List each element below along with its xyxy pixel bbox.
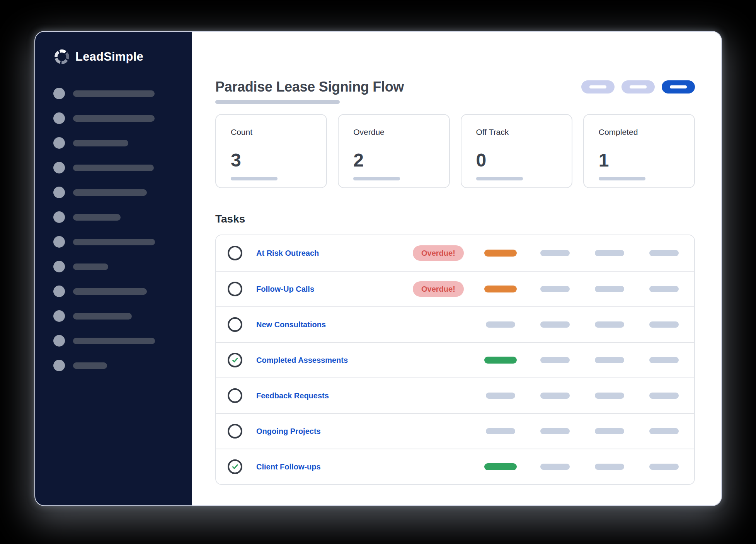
sidebar-item-2[interactable] — [53, 112, 192, 124]
sidebar-item-10[interactable] — [53, 310, 192, 322]
stat-card-overdue: Overdue 2 — [338, 114, 450, 188]
header-actions — [581, 80, 695, 94]
stat-underline — [599, 177, 645, 180]
stat-value: 1 — [599, 151, 679, 170]
header-action-button-2[interactable] — [621, 80, 655, 94]
status-pill — [486, 321, 515, 328]
task-row: Completed Assessments — [216, 342, 694, 377]
placeholder-pill — [595, 286, 624, 292]
sidebar-item-label-placeholder — [73, 239, 155, 245]
placeholder-pill — [540, 286, 570, 292]
placeholder-pill — [649, 250, 679, 256]
leadsimple-ring-icon — [53, 48, 70, 65]
sidebar-item-3[interactable] — [53, 137, 192, 149]
sidebar-item-8[interactable] — [53, 261, 192, 272]
task-checkbox[interactable] — [228, 317, 242, 332]
sidebar-item-9[interactable] — [53, 286, 192, 297]
task-checkbox[interactable] — [228, 246, 242, 260]
placeholder-pill — [649, 428, 679, 434]
overdue-badge: Overdue! — [413, 281, 464, 297]
sidebar-item-icon-placeholder — [53, 187, 65, 198]
sidebar-item-icon-placeholder — [53, 310, 65, 322]
placeholder-pill — [595, 357, 624, 363]
checkmark-icon — [231, 462, 239, 471]
placeholder-pill — [595, 464, 624, 470]
sidebar-item-label-placeholder — [73, 115, 155, 122]
header-action-button-1[interactable] — [581, 80, 615, 94]
status-pill — [484, 250, 517, 257]
sidebar-item-label-placeholder — [73, 214, 121, 221]
stat-card-count: Count 3 — [215, 114, 327, 188]
stat-value: 0 — [476, 151, 557, 170]
sidebar-item-icon-placeholder — [53, 88, 65, 99]
task-link[interactable]: Client Follow-ups — [256, 462, 321, 471]
sidebar-item-12[interactable] — [53, 360, 192, 371]
app-window: LeadSimple — [34, 31, 722, 506]
task-row: New Consultations — [216, 306, 694, 342]
placeholder-pill — [540, 250, 570, 256]
task-row: Follow-Up Calls Overdue! — [216, 271, 694, 306]
stat-label: Completed — [599, 128, 679, 137]
tasks-table: At Risk Outreach Overdue! Follow-Up Call… — [215, 235, 695, 485]
stat-label: Overdue — [353, 128, 434, 137]
stat-underline — [231, 177, 278, 180]
task-row-pills — [484, 286, 680, 292]
placeholder-pill — [540, 321, 570, 328]
placeholder-pill — [649, 321, 679, 328]
task-row-pills — [484, 393, 680, 399]
header-action-button-3[interactable] — [662, 80, 695, 94]
placeholder-pill — [595, 393, 624, 399]
sidebar-item-label-placeholder — [73, 165, 154, 171]
task-link[interactable]: At Risk Outreach — [256, 249, 319, 258]
placeholder-pill — [649, 357, 679, 363]
task-row-pills — [484, 428, 680, 434]
task-checkbox[interactable] — [228, 424, 242, 439]
task-checkbox[interactable] — [228, 459, 242, 474]
sidebar-item-5[interactable] — [53, 187, 192, 198]
task-checkbox[interactable] — [228, 353, 242, 367]
placeholder-pill — [649, 464, 679, 470]
overdue-badge: Overdue! — [413, 245, 464, 261]
stat-value: 3 — [231, 151, 312, 170]
placeholder-pill — [649, 393, 679, 399]
sidebar-item-icon-placeholder — [53, 335, 65, 347]
sidebar-item-7[interactable] — [53, 236, 192, 248]
sidebar-item-icon-placeholder — [53, 112, 65, 124]
stat-label: Off Track — [476, 128, 557, 137]
task-checkbox[interactable] — [228, 388, 242, 403]
status-pill — [486, 393, 515, 399]
task-link[interactable]: Feedback Requests — [256, 391, 329, 400]
task-link[interactable]: Ongoing Projects — [256, 427, 321, 436]
task-link[interactable]: Follow-Up Calls — [256, 285, 314, 294]
task-row: Ongoing Projects — [216, 413, 694, 449]
sidebar-item-icon-placeholder — [53, 360, 65, 371]
placeholder-pill — [540, 464, 570, 470]
sidebar-item-4[interactable] — [53, 162, 192, 173]
sidebar-item-6[interactable] — [53, 211, 192, 223]
task-link[interactable]: New Consultations — [256, 320, 326, 329]
sidebar: LeadSimple — [35, 32, 192, 505]
sidebar-item-icon-placeholder — [53, 286, 65, 297]
status-pill — [484, 357, 517, 364]
sidebar-item-label-placeholder — [73, 90, 155, 97]
status-pill — [484, 286, 517, 292]
task-checkbox[interactable] — [228, 282, 242, 296]
sidebar-item-icon-placeholder — [53, 211, 65, 223]
stat-card-off-track: Off Track 0 — [461, 114, 572, 188]
sidebar-item-icon-placeholder — [53, 261, 65, 272]
button-label-placeholder — [630, 85, 647, 88]
task-row: Feedback Requests — [216, 377, 694, 413]
sidebar-item-1[interactable] — [53, 88, 192, 99]
sidebar-item-icon-placeholder — [53, 137, 65, 149]
placeholder-pill — [540, 357, 570, 363]
sidebar-item-label-placeholder — [73, 264, 108, 270]
sidebar-item-label-placeholder — [73, 313, 132, 320]
stat-card-completed: Completed 1 — [583, 114, 695, 188]
task-link[interactable]: Completed Assessments — [256, 356, 348, 365]
sidebar-item-label-placeholder — [73, 362, 107, 369]
sidebar-item-label-placeholder — [73, 338, 155, 344]
sidebar-item-label-placeholder — [73, 140, 128, 146]
page-header: Paradise Lease Signing Flow — [215, 79, 695, 95]
sidebar-item-11[interactable] — [53, 335, 192, 347]
page-title: Paradise Lease Signing Flow — [215, 79, 404, 95]
